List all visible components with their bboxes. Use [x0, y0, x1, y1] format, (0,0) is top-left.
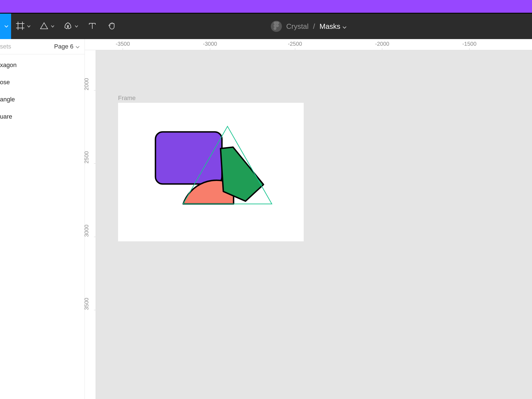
ruler-tick-mark	[469, 48, 470, 50]
chevron-down-icon	[342, 22, 346, 31]
frame-label[interactable]: Frame	[118, 94, 136, 102]
ruler-tick: 2500	[83, 151, 90, 164]
file-name-dropdown[interactable]: Masks	[319, 22, 346, 31]
file-name-label: Masks	[319, 22, 340, 31]
ruler-tick-mark	[94, 310, 96, 310]
hand-icon	[108, 21, 116, 31]
ruler-tick: -3000	[203, 41, 217, 47]
layers-panel: xagon ose angle uare	[0, 54, 85, 127]
canvas[interactable]: Frame	[96, 50, 532, 399]
frame-tool[interactable]	[11, 14, 35, 39]
hand-tool[interactable]	[102, 14, 122, 39]
ruler-tick: -1500	[462, 41, 476, 47]
left-sidebar: sets Page 6 xagon ose angle uare	[0, 39, 85, 399]
frame-rect[interactable]	[118, 103, 304, 241]
text-icon	[88, 22, 96, 31]
assets-tab[interactable]: sets	[0, 43, 11, 50]
layer-item[interactable]: ose	[0, 77, 85, 88]
chevron-down-icon	[75, 24, 78, 29]
workspace: sets Page 6 xagon ose angle uare -3500 -…	[0, 39, 532, 399]
ruler-tick-mark	[295, 48, 295, 50]
chevron-down-icon	[4, 24, 8, 29]
ruler-tick-mark	[123, 48, 123, 50]
pen-tool[interactable]	[59, 14, 83, 39]
team-avatar[interactable]	[271, 21, 282, 32]
frame-icon	[16, 21, 25, 32]
shape-rectangle[interactable]	[155, 132, 222, 184]
pen-icon	[63, 21, 73, 32]
menu-button[interactable]	[0, 14, 11, 39]
team-name-label[interactable]: Crystal	[286, 22, 309, 31]
ruler-tick: -2500	[288, 41, 302, 47]
main-toolbar: Crystal / Masks	[0, 14, 532, 39]
ruler-tick-mark	[382, 48, 382, 50]
breadcrumb-separator: /	[313, 22, 315, 31]
sidebar-header: sets Page 6	[0, 39, 85, 54]
layer-item[interactable]: angle	[0, 94, 85, 105]
page-label: Page 6	[54, 43, 73, 50]
shape-tool[interactable]	[35, 14, 59, 39]
browser-top-bar	[0, 0, 532, 13]
canvas-area[interactable]: -3500 -3000 -2500 -2000 -1500 2000 2500 …	[85, 39, 532, 399]
ruler-tick: -2000	[375, 41, 389, 47]
ruler-tick: 2000	[83, 78, 90, 90]
ruler-tick-mark	[94, 163, 96, 164]
ruler-tick-mark	[94, 90, 96, 90]
ruler-horizontal: -3500 -3000 -2500 -2000 -1500	[85, 39, 532, 50]
layer-item[interactable]: xagon	[0, 60, 85, 70]
ruler-tick-mark	[94, 237, 96, 237]
svg-point-9	[276, 24, 279, 27]
figma-logo-icon	[273, 22, 279, 31]
ruler-tick-mark	[210, 48, 210, 50]
chevron-down-icon	[51, 24, 54, 29]
ruler-tick: -3500	[116, 41, 130, 47]
polygon-icon	[39, 21, 49, 32]
page-selector[interactable]: Page 6	[54, 43, 80, 50]
document-breadcrumb: Crystal / Masks	[271, 14, 346, 39]
chevron-down-icon	[76, 43, 80, 50]
layer-item[interactable]: uare	[0, 111, 85, 122]
ruler-vertical: 2000 2500 3000 3500	[85, 50, 96, 399]
ruler-tick: 3500	[83, 298, 90, 310]
toolbar-left-group	[0, 14, 122, 39]
chevron-down-icon	[27, 24, 30, 29]
text-tool[interactable]	[83, 14, 102, 39]
shape-hexagon-masked[interactable]	[221, 147, 264, 201]
ruler-tick: 3000	[83, 224, 90, 237]
canvas-shapes	[118, 103, 304, 241]
